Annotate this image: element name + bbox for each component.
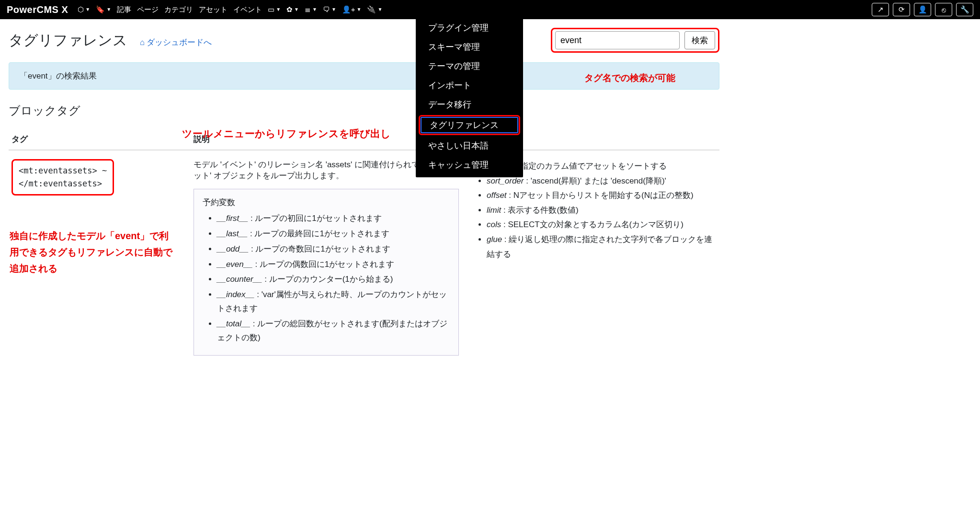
refresh-button-icon: ⟳ [899,5,905,14]
list-item: __counter__ : ループのカウンター(1から始まる) [217,273,450,287]
section-title: ブロックタグ [9,103,719,118]
dropdown-item-7[interactable]: キャッシュ管理 [416,155,523,174]
page-header: タグリファレンス ⌂ ダッシュボードへ 検索 [9,28,719,53]
var-desc: : ループの偶数回に1がセットされます [253,260,395,269]
nav-item-label: ページ [137,5,159,14]
plug-icon[interactable]: 🔌▼ [364,3,385,16]
dropdown-item-1[interactable]: スキーマ管理 [416,37,523,57]
dashboard-link[interactable]: ⌂ ダッシュボードへ [140,37,212,48]
open-external-button[interactable]: ↗ [872,3,889,16]
page-title: タグリファレンス [9,31,127,50]
annotation-search: タグ名での検索が可能 [584,72,675,84]
var-desc: : ループの総回数がセットされます(配列またはオブジェクトの数) [217,319,447,342]
var-name: __last__ [217,229,248,238]
dropdown-item-5[interactable]: タグリファレンス [419,115,520,135]
cube-icon[interactable]: ⬡▼ [75,3,93,16]
param-name: glue [487,235,502,244]
reserved-vars-list: __first__ : ループの初回に1がセットされます__last__ : ル… [203,212,450,345]
list-item: glue : 繰り返し処理の際に指定された文字列で各ブロックを連結する [487,232,717,262]
list-item: __total__ : ループの総回数がセットされます(配列またはオブジェクトの… [217,317,450,345]
list-item: __even__ : ループの偶数回に1がセットされます [217,258,450,272]
list-item: __odd__ : ループの奇数回に1がセットされます [217,242,450,256]
search-input[interactable] [555,31,680,49]
user-plus-icon[interactable]: 👤+▼ [339,3,365,16]
param-desc: : 表示する件数(数値) [501,206,579,215]
brand[interactable]: PowerCMS X [7,4,68,15]
var-desc: : ループの初回に1がセットされます [248,214,382,223]
param-name: offset [487,191,507,200]
var-desc: : ループのカウンター(1から始まる) [262,275,393,284]
dashboard-link-label: ダッシュボードへ [147,37,212,48]
tools-button[interactable]: 🔧 [956,3,973,16]
refresh-button[interactable]: ⟳ [893,3,910,16]
gear-icon: ✿ [286,5,293,14]
window-icon[interactable]: ▭▼ [265,3,284,16]
cube-icon: ⬡ [78,5,84,14]
dropdown-item-0[interactable]: プラグイン管理 [416,18,523,37]
database-icon: ≣ [305,5,311,14]
list-item: limit : 表示する件数(数値) [487,203,717,218]
reserved-vars-title: 予約変数 [203,196,450,210]
nav-item-イベント[interactable]: イベント [230,3,265,16]
dropdown-item-3[interactable]: インポート [416,76,523,95]
nav-item-label: カテゴリ [164,5,193,14]
tools-button-icon: 🔧 [960,5,969,14]
param-desc: : Nアセット目からリストを開始する(Nは正の整数) [507,191,694,200]
var-name: __first__ [217,214,248,223]
gear-icon[interactable]: ✿▼ [284,3,302,16]
nav-item-アセット[interactable]: アセット [196,3,230,16]
search-button[interactable]: 検索 [684,31,715,49]
param-name: limit [487,206,501,215]
list-item: offset : Nアセット目からリストを開始する(Nは正の整数) [487,188,717,203]
param-desc: : SELECT文の対象とするカラム名(カンマ区切り) [501,220,684,229]
table-row: <mt:eventassets> ~ </mt:eventassets> 独自に… [9,150,719,364]
nav-item-カテゴリ[interactable]: カテゴリ [161,3,196,16]
dropdown-item-2[interactable]: テーマの管理 [416,57,523,76]
nav-item-label: 記事 [117,5,131,14]
list-item: cols : SELECT文の対象とするカラム名(カンマ区切り) [487,218,717,232]
bookmark-icon: 🔖 [96,5,105,14]
var-name: __index__ [217,290,254,299]
chevron-down-icon: ▼ [312,7,317,12]
tag-table: タグ 説明 <mt:eventassets> ~ </mt:eventasset… [9,129,719,364]
logout-button-icon: ⎋ [942,6,946,14]
tag-code-close: </mt:eventassets> [19,179,102,188]
plug-icon: 🔌 [367,5,376,14]
page-container: タグリファレンス ⌂ ダッシュボードへ 検索 タグ名での検索が可能 「event… [0,19,728,383]
window-icon: ▭ [268,5,274,14]
chevron-down-icon: ▼ [377,7,382,12]
tools-dropdown-menu: プラグイン管理スキーマ管理テーマの管理インポートデータ移行タグリファレンスやさし… [416,15,523,177]
open-external-button-icon: ↗ [877,5,884,14]
list-item: __index__ : 'var'属性が与えられた時、ループのカウントがセットさ… [217,288,450,316]
chevron-down-icon: ▼ [357,7,362,12]
annotation-model: 独自に作成したモデル「event」で利用できるタグもリファレンスに自動で追加され… [10,228,172,277]
nav-item-記事[interactable]: 記事 [114,3,134,16]
col-header-tag: タグ [9,129,191,150]
param-desc: : 繰り返し処理の際に指定された文字列で各ブロックを連結する [487,235,712,259]
param-desc: : 指定のカラム値でアセットをソートする [513,161,667,171]
nav-item-ページ[interactable]: ページ [134,3,161,16]
chevron-down-icon: ▼ [276,7,281,12]
param-name: sort_order [487,176,524,185]
nav-item-label: アセット [199,5,228,14]
var-name: __even__ [217,260,253,269]
comments-icon[interactable]: 🗨▼ [320,3,339,15]
var-desc: : ループの奇数回に1がセットされます [249,244,390,254]
dropdown-item-4[interactable]: データ移行 [416,95,523,114]
home-icon: ⌂ [140,38,145,47]
user-plus-icon: 👤+ [342,5,355,14]
param-name: cols [487,220,501,229]
chevron-down-icon: ▼ [294,7,299,12]
dropdown-item-6[interactable]: やさしい日本語 [416,136,523,155]
list-item: __first__ : ループの初回に1がセットされます [217,212,450,226]
chevron-down-icon: ▼ [106,7,111,12]
tag-code: <mt:eventassets> ~ </mt:eventassets> [11,159,114,196]
bookmark-icon[interactable]: 🔖▼ [93,3,114,16]
database-icon[interactable]: ≣▼ [302,3,320,16]
logout-button[interactable]: ⎋ [935,3,952,16]
chevron-down-icon: ▼ [85,7,90,12]
user-button[interactable]: 👤 [914,3,931,16]
chevron-down-icon: ▼ [331,7,336,12]
var-name: __total__ [217,319,251,328]
tag-code-open: <mt:eventassets> ~ [19,166,107,175]
